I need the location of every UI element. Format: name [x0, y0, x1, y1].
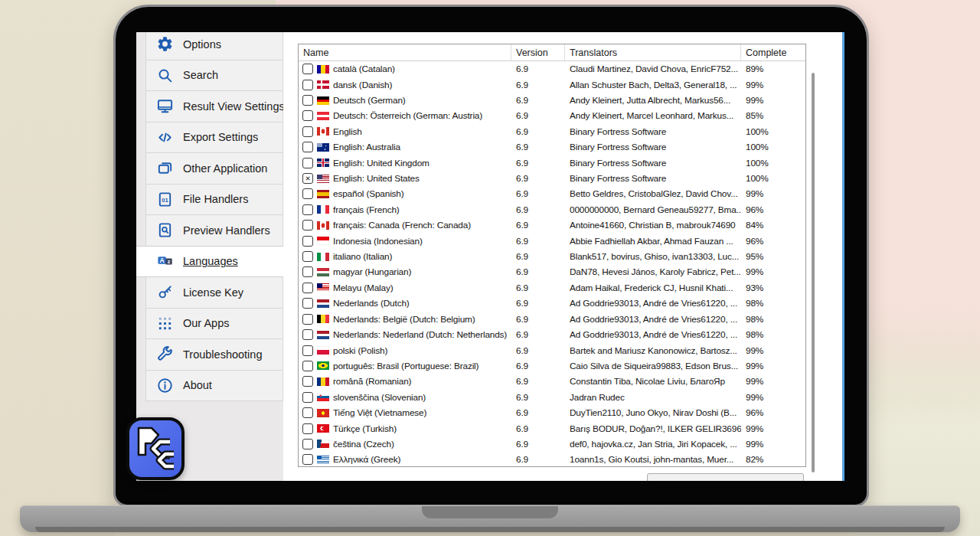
- cell-version: 6.9: [511, 298, 565, 309]
- vertical-scrollbar[interactable]: [812, 73, 815, 472]
- sidebar-item-options[interactable]: Options: [145, 32, 283, 60]
- table-row[interactable]: English: United Kingdom 6.9 Binary Fortr…: [299, 155, 805, 170]
- sidebar-item-preview-handlers[interactable]: Preview Handlers: [145, 214, 283, 247]
- row-checkbox[interactable]: [302, 142, 313, 152]
- sidebar-item-label: Preview Handlers: [183, 224, 270, 237]
- table-row[interactable]: ✕ English: United States 6.9 Binary Fort…: [299, 171, 805, 186]
- table-row[interactable]: italiano (Italian) 6.9 Blank517, bovirus…: [299, 249, 805, 264]
- row-checkbox[interactable]: [302, 376, 313, 387]
- language-name: Melayu (Malay): [333, 283, 394, 293]
- row-checkbox[interactable]: [302, 64, 313, 74]
- key-icon: [156, 283, 174, 301]
- row-checkbox[interactable]: [302, 110, 313, 121]
- cell-translators: Caio Silva de Siqueira99883, Edson Brus.…: [565, 361, 741, 371]
- sidebar-item-our-apps[interactable]: Our Apps: [145, 308, 283, 340]
- row-checkbox[interactable]: ✕: [302, 173, 313, 184]
- row-checkbox[interactable]: [302, 345, 313, 356]
- cell-complete: 100%: [741, 158, 805, 168]
- table-row[interactable]: español (Spanish) 6.9 Betto Geldres, Cri…: [299, 186, 805, 201]
- table-row[interactable]: Türkçe (Turkish) 6.9 Barış BODUR, Doğan?…: [299, 420, 805, 436]
- table-row[interactable]: português: Brasil (Portuguese: Brazil) 6…: [299, 358, 805, 374]
- row-checkbox[interactable]: [302, 220, 313, 230]
- cell-translators: Blank517, bovirus, Ghiso, ivan13303, Luc…: [565, 251, 741, 262]
- table-row[interactable]: Nederlands: Nederland (Dutch: Netherland…: [299, 327, 805, 342]
- table-row[interactable]: čeština (Czech) 6.9 def0, hajovka.cz, Ja…: [299, 436, 805, 452]
- bottom-action-button[interactable]: [647, 473, 804, 481]
- table-row[interactable]: Deutsch: Österreich (German: Austria) 6.…: [299, 108, 805, 123]
- row-checkbox[interactable]: [302, 361, 313, 371]
- language-name: English: United States: [333, 173, 420, 184]
- row-checkbox[interactable]: [302, 439, 313, 449]
- table-row[interactable]: polski (Polish) 6.9 Bartek and Mariusz K…: [299, 342, 805, 358]
- row-checkbox[interactable]: [302, 314, 313, 325]
- language-name: slovenščina (Slovenian): [333, 392, 426, 403]
- cell-version: 6.9: [511, 142, 565, 152]
- row-checkbox[interactable]: [302, 251, 313, 262]
- row-checkbox[interactable]: [302, 126, 313, 137]
- row-checkbox[interactable]: [302, 423, 313, 434]
- language-name: français (French): [333, 204, 400, 215]
- language-name: polski (Polish): [333, 345, 387, 356]
- column-header-version[interactable]: Version: [511, 44, 565, 60]
- column-header-name[interactable]: Name: [299, 44, 511, 60]
- sidebar-item-other-application[interactable]: Other Application: [145, 152, 283, 185]
- row-checkbox[interactable]: [302, 407, 313, 418]
- table-row[interactable]: français (French) 6.9 0000000000, Bernar…: [299, 202, 805, 217]
- table-row[interactable]: slovenščina (Slovenian) 6.9 Jadran Rudec…: [299, 390, 805, 405]
- table-row[interactable]: română (Romanian) 6.9 Constantin Tiba, N…: [299, 374, 805, 389]
- sidebar-item-export-settings[interactable]: Export Settings: [145, 122, 283, 154]
- sidebar-item-troubleshooting[interactable]: Troubleshooting: [145, 338, 283, 371]
- cell-complete: 99%: [741, 392, 805, 403]
- sidebar-item-label: About: [183, 379, 212, 391]
- table-row[interactable]: Nederlands (Dutch) 6.9 Ad Goddrie93013, …: [299, 296, 805, 311]
- table-row[interactable]: français: Canada (French: Canada) 6.9 An…: [299, 217, 805, 233]
- row-checkbox[interactable]: [302, 283, 313, 293]
- cell-name: Melayu (Malay): [299, 283, 511, 293]
- row-checkbox[interactable]: [302, 298, 313, 309]
- row-checkbox[interactable]: [302, 454, 313, 465]
- cell-version: 6.9: [511, 314, 565, 325]
- sidebar-item-license-key[interactable]: License Key: [145, 276, 283, 309]
- table-row[interactable]: English: Australia 6.9 Binary Fortress S…: [299, 139, 805, 155]
- row-checkbox[interactable]: [302, 80, 313, 90]
- cell-version: 6.9: [511, 80, 565, 90]
- sidebar-item-languages[interactable]: Languages: [136, 246, 283, 278]
- row-checkbox[interactable]: [302, 236, 313, 247]
- table-row[interactable]: Ελληνικά (Greek) 6.9 1oann1s, Gio Koutsi…: [299, 452, 805, 466]
- table-row[interactable]: Tiếng Việt (Vietnamese) 6.9 DuyTien2110,…: [299, 405, 805, 420]
- flag-vn-icon: [317, 409, 329, 417]
- row-checkbox[interactable]: [302, 188, 313, 199]
- table-row[interactable]: magyar (Hungarian) 6.9 DaN78, Hevesi Ján…: [299, 264, 805, 279]
- table-row[interactable]: English 6.9 Binary Fortress Software 100…: [299, 124, 805, 139]
- cell-name: čeština (Czech): [299, 439, 511, 449]
- cell-translators: Barış BODUR, Doğan?!, ILKER GELIR3696...: [565, 423, 741, 434]
- table-row[interactable]: dansk (Danish) 6.9 Allan Schuster Bach, …: [299, 77, 805, 92]
- sidebar-item-result-view-settings[interactable]: Result View Settings: [145, 90, 283, 123]
- row-checkbox[interactable]: [302, 158, 313, 168]
- row-checkbox[interactable]: [302, 266, 313, 277]
- row-checkbox[interactable]: [302, 95, 313, 106]
- table-row[interactable]: Indonesia (Indonesian) 6.9 Abbie Fadhiel…: [299, 233, 805, 248]
- cell-complete: 99%: [741, 439, 805, 449]
- table-row[interactable]: Nederlands: België (Dutch: Belgium) 6.9 …: [299, 312, 805, 327]
- sidebar-item-label: Our Apps: [183, 317, 229, 329]
- row-checkbox[interactable]: [302, 204, 313, 215]
- flag-tr-icon: [317, 424, 329, 433]
- language-name: English: [333, 126, 362, 137]
- row-checkbox[interactable]: [302, 392, 313, 403]
- sidebar-item-file-handlers[interactable]: File Handlers: [145, 184, 283, 216]
- column-header-translators[interactable]: Translators: [565, 44, 741, 60]
- sidebar-item-label: Other Application: [183, 162, 267, 175]
- sidebar-item-about[interactable]: About: [145, 370, 283, 402]
- table-row[interactable]: Melayu (Malay) 6.9 Adam Haikal, Frederic…: [299, 280, 805, 296]
- row-checkbox[interactable]: [302, 329, 313, 340]
- cell-complete: 96%: [741, 407, 805, 418]
- table-row[interactable]: català (Catalan) 6.9 Claudi Martinez, Da…: [299, 61, 805, 77]
- cell-complete: 99%: [741, 361, 805, 371]
- column-header-complete[interactable]: Complete: [741, 44, 805, 60]
- flag-ad-icon: [317, 65, 329, 74]
- language-name: Indonesia (Indonesian): [333, 236, 423, 247]
- table-row[interactable]: Deutsch (German) 6.9 Andy Kleinert, Jutt…: [299, 93, 805, 108]
- sidebar-item-search[interactable]: Search: [145, 60, 283, 92]
- background-left-wash: [0, 0, 115, 536]
